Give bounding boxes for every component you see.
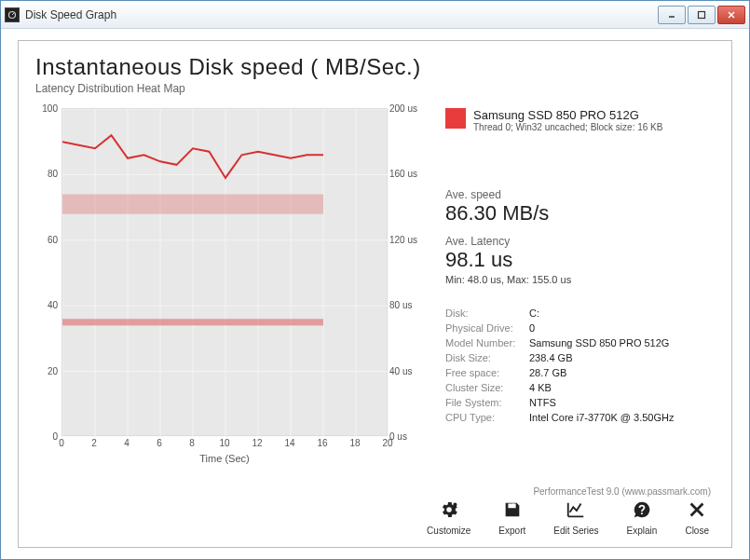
label-model: Model Number: xyxy=(445,335,529,350)
svg-rect-3 xyxy=(699,11,705,18)
customize-button[interactable]: Customize xyxy=(421,498,476,538)
gear-icon xyxy=(439,499,459,524)
save-icon xyxy=(502,499,523,524)
avg-speed-label: Ave. speed xyxy=(445,188,715,201)
svg-rect-24 xyxy=(62,319,323,325)
label-cluster-size: Cluster Size: xyxy=(445,380,529,395)
value-cpu: Intel Core i7-3770K @ 3.50GHz xyxy=(529,410,674,425)
value-cluster-size: 4 KB xyxy=(529,380,552,395)
avg-latency-value: 98.1 us xyxy=(445,248,715,272)
close-label: Close xyxy=(685,526,709,536)
plot-area xyxy=(61,108,388,436)
legend-swatch xyxy=(445,108,466,129)
label-physical-drive: Physical Drive: xyxy=(445,321,529,335)
svg-point-25 xyxy=(453,502,457,506)
titlebar: Disk Speed Graph xyxy=(1,1,749,29)
close-icon xyxy=(687,499,707,524)
legend: Samsung SSD 850 PRO 512G Thread 0; Win32… xyxy=(445,108,715,132)
page-subtitle: Latency Distribution Heat Map xyxy=(35,82,715,95)
chart: 020406080100 0 us40 us80 us120 us160 us2… xyxy=(35,104,427,468)
label-disk: Disk: xyxy=(445,306,529,321)
export-button[interactable]: Export xyxy=(493,498,531,538)
legend-detail: Thread 0; Win32 uncached; Block size: 16… xyxy=(473,122,662,132)
value-disk: C: xyxy=(529,306,539,321)
x-axis-label: Time (Sec) xyxy=(61,453,388,464)
label-free-space: Free space: xyxy=(445,365,529,380)
x-axis: 02468101214161820 xyxy=(61,438,388,451)
window-title: Disk Speed Graph xyxy=(25,8,656,21)
maximize-button[interactable] xyxy=(688,6,716,24)
y-axis-right: 0 us40 us80 us120 us160 us200 us xyxy=(389,104,427,436)
close-window-button[interactable] xyxy=(717,6,745,24)
legend-name: Samsung SSD 850 PRO 512G xyxy=(473,108,662,122)
customize-label: Customize xyxy=(427,526,470,536)
svg-rect-26 xyxy=(512,504,514,508)
explain-button[interactable]: Explain xyxy=(621,498,663,538)
label-disk-size: Disk Size: xyxy=(445,350,529,365)
export-label: Export xyxy=(498,526,525,536)
value-free-space: 28.7 GB xyxy=(529,365,566,380)
value-model: Samsung SSD 850 PRO 512G xyxy=(529,335,669,350)
value-file-system: NTFS xyxy=(529,395,556,410)
help-icon xyxy=(632,499,652,524)
toolbar: Customize Export Edit Series Explain Clo… xyxy=(421,498,715,538)
label-cpu: CPU Type: xyxy=(445,410,529,425)
value-physical-drive: 0 xyxy=(529,321,535,335)
value-disk-size: 238.4 GB xyxy=(529,350,572,365)
edit-series-button[interactable]: Edit Series xyxy=(548,498,604,538)
y-axis-left: 020406080100 xyxy=(35,104,60,436)
disk-info: Disk:C: Physical Drive:0 Model Number:Sa… xyxy=(445,306,715,425)
page-title: Instantaneous Disk speed ( MB/Sec.) xyxy=(35,54,715,80)
label-file-system: File System: xyxy=(445,395,529,410)
latency-minmax: Min: 48.0 us, Max: 155.0 us xyxy=(445,274,715,285)
svg-line-1 xyxy=(12,13,14,15)
avg-latency-label: Ave. Latency xyxy=(445,235,715,248)
explain-label: Explain xyxy=(627,526,658,536)
app-icon xyxy=(5,7,20,22)
footer-credit: PerformanceTest 9.0 (www.passmark.com) xyxy=(533,486,711,497)
chart-icon xyxy=(566,499,586,524)
avg-speed-value: 86.30 MB/s xyxy=(445,201,715,225)
edit-series-label: Edit Series xyxy=(553,526,598,536)
close-button[interactable]: Close xyxy=(679,498,715,538)
minimize-button[interactable] xyxy=(658,6,686,24)
svg-rect-23 xyxy=(62,195,323,214)
